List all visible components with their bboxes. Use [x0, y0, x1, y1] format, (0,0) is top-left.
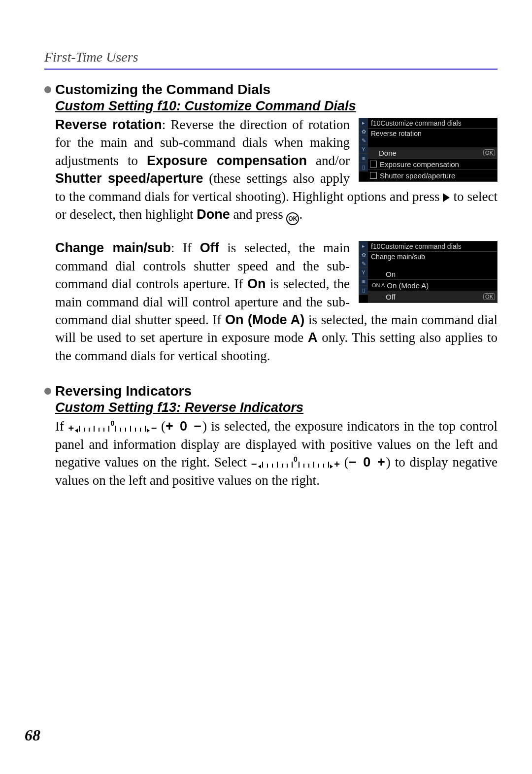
menu-title: Reverse rotation	[368, 129, 497, 138]
camera-menu-reverse-rotation: ▸ ✿ ✎ Y ≡ ▯ f10Customize command dials R…	[359, 118, 498, 182]
menu-side-icon: ▯	[359, 286, 368, 295]
camera-menu-change-main-sub: ▸ ✿ ✎ Y ≡ ▯ f10Customize command dials C…	[359, 241, 498, 303]
section-heading: Customizing the Command Dials	[55, 82, 270, 98]
right-triangle-icon	[443, 193, 450, 202]
menu-side-icon: ≡	[359, 277, 368, 286]
bold-text: Exposure compensation	[147, 153, 307, 168]
menu-side-icon: ✿	[359, 250, 368, 259]
bold-text: On (Mode A)	[225, 312, 304, 327]
menu-item-label: On	[386, 270, 495, 278]
menu-item-label: Exposure compensation	[380, 160, 495, 168]
bold-text: Done	[197, 207, 230, 222]
header-rule	[44, 68, 498, 70]
menu-side-icon: ▸	[359, 118, 368, 127]
menu-item-on-mode-a[interactable]: ON A On (Mode A)	[368, 280, 497, 291]
run-in-heading: Reverse rotation	[55, 117, 162, 132]
bullet-icon	[44, 388, 51, 395]
menu-side-icon: ✎	[359, 136, 368, 145]
menu-item-label: On (Mode A)	[387, 281, 495, 290]
page-number: 68	[25, 726, 40, 744]
menu-side-icon: ✿	[359, 127, 368, 136]
body-text: : If	[171, 240, 200, 255]
menu-side-icon: ≡	[359, 154, 368, 163]
menu-item-label: Shutter speed/aperture	[380, 171, 495, 180]
paragraph-reverse-indicators: If + 0 −	[55, 417, 498, 489]
ok-badge-icon: OK	[483, 149, 495, 156]
body-text: (	[161, 419, 166, 434]
menu-item-done[interactable]: Done OK	[368, 147, 497, 159]
menu-item-off[interactable]: Off OK	[368, 291, 497, 303]
menu-breadcrumb: f10Customize command dials	[368, 118, 497, 129]
custom-setting-link: Custom Setting f13: Reverse Indicators	[55, 400, 498, 415]
bold-text: Shutter speed/aperture	[55, 171, 203, 186]
custom-setting-link: Custom Setting f10: Customize Command Di…	[55, 99, 498, 114]
menu-item-prefix: ON A	[372, 282, 385, 288]
indicator-minus-zero-plus-icon: − 0 +	[251, 456, 340, 470]
checkbox-icon	[370, 172, 377, 179]
body-text: If	[55, 419, 68, 434]
body-text: (	[344, 455, 349, 470]
bold-text: Off	[200, 240, 219, 255]
menu-title: Change main/sub	[368, 252, 497, 262]
menu-item-exposure-compensation[interactable]: Exposure compensation	[368, 159, 497, 170]
indicator-plus-zero-minus-icon: + 0 −	[68, 420, 157, 434]
menu-side-icon: ▸	[359, 241, 368, 250]
body-text: and/or	[307, 153, 350, 168]
indicator-short-label: − 0 +	[349, 455, 386, 470]
ok-button-icon: OK	[286, 212, 299, 225]
indicator-short-label: + 0 −	[166, 419, 202, 434]
menu-breadcrumb: f10Customize command dials	[368, 241, 497, 252]
running-header: First-Time Users	[44, 49, 498, 65]
menu-item-label: Done	[379, 149, 483, 157]
bullet-icon	[44, 86, 51, 93]
ok-badge-icon: OK	[483, 293, 495, 300]
menu-side-icon: Y	[359, 268, 368, 277]
checkbox-icon	[370, 161, 377, 168]
menu-side-icon: Y	[359, 145, 368, 154]
menu-item-on[interactable]: On	[368, 269, 497, 280]
mode-a-icon: A	[308, 330, 318, 345]
menu-side-icon: ▯	[359, 163, 368, 171]
body-text: .	[299, 207, 302, 222]
menu-side-icon: ✎	[359, 259, 368, 268]
section-heading: Reversing Indicators	[55, 383, 192, 399]
menu-item-shutter-speed-aperture[interactable]: Shutter speed/aperture	[368, 170, 497, 181]
run-in-heading: Change main/sub	[55, 240, 171, 255]
bold-text: On	[247, 276, 266, 291]
menu-item-label: Off	[386, 293, 483, 301]
body-text: and press	[230, 207, 287, 222]
